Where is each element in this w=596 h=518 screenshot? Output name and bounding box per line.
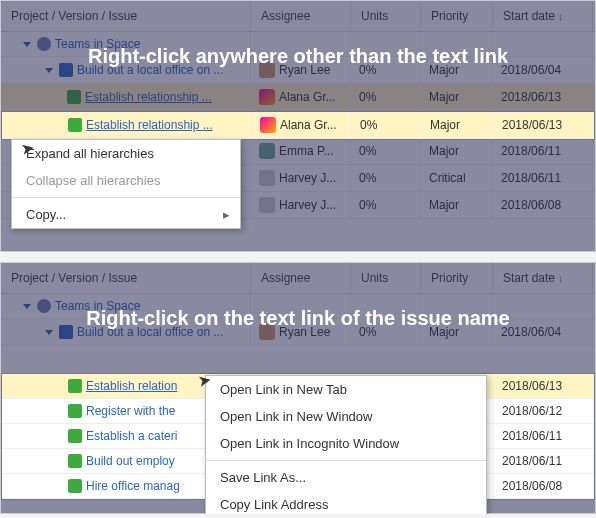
assignee-name: Harvey J... <box>279 198 336 212</box>
table-row[interactable]: Establish relationship ... Alana Gr... 0… <box>1 84 595 111</box>
sort-desc-icon: ↓ <box>558 10 564 22</box>
menu-item-copy-link[interactable]: Copy Link Address <box>206 491 486 514</box>
priority-cell: Major <box>421 57 493 83</box>
chevron-down-icon[interactable] <box>45 330 53 335</box>
submenu-arrow-icon: ▸ <box>223 207 230 222</box>
col-priority[interactable]: Priority <box>421 263 493 293</box>
table-header: Project / Version / Issue Assignee Units… <box>1 263 595 294</box>
units-cell: 0% <box>351 138 421 164</box>
units-cell: 0% <box>351 192 421 218</box>
avatar <box>259 170 275 186</box>
menu-item-copy[interactable]: Copy...▸ <box>12 201 240 228</box>
priority-cell: Major <box>421 84 493 110</box>
issue-link[interactable]: Build out a local office on ... <box>77 325 224 339</box>
date-cell: 2018/06/08 <box>494 474 594 498</box>
avatar <box>259 197 275 213</box>
sort-desc-icon: ↓ <box>558 272 564 284</box>
units-cell: 0% <box>351 165 421 191</box>
date-cell: 2018/06/08 <box>493 192 593 218</box>
context-menu-app: Expand all hierarchies Collapse all hier… <box>11 139 241 229</box>
panel-bottom: Project / Version / Issue Assignee Units… <box>0 262 596 514</box>
assignee-name: Emma P... <box>279 144 333 158</box>
menu-item-open-new-tab[interactable]: Open Link in New Tab <box>206 376 486 403</box>
date-cell: 2018/06/11 <box>493 165 593 191</box>
col-issue[interactable]: Project / Version / Issue <box>1 1 251 31</box>
menu-item-expand[interactable]: Expand all hierarchies <box>12 140 240 167</box>
units-cell: 0% <box>351 319 421 345</box>
assignee-name: Alana Gr... <box>279 90 336 104</box>
story-icon <box>68 379 82 393</box>
priority-cell: Major <box>422 112 494 138</box>
table-row[interactable]: Build out a local office on ... Ryan Lee… <box>1 319 595 346</box>
assignee-name: Ryan Lee <box>279 325 330 339</box>
story-icon <box>67 90 81 104</box>
table-row[interactable]: Teams in Space <box>1 294 595 319</box>
table-body: Teams in Space Build out a local office … <box>1 294 595 346</box>
menu-item-collapse[interactable]: Collapse all hierarchies <box>12 167 240 194</box>
date-cell: 2018/06/13 <box>493 84 593 110</box>
avatar <box>259 324 275 340</box>
date-cell: 2018/06/11 <box>494 449 594 473</box>
table-row-highlight[interactable]: Establish relationship ... Alana Gr... 0… <box>2 112 594 139</box>
date-cell: 2018/06/04 <box>493 57 593 83</box>
col-units[interactable]: Units <box>351 1 421 31</box>
menu-item-open-incognito[interactable]: Open Link in Incognito Window <box>206 430 486 457</box>
date-cell: 2018/06/13 <box>494 112 594 138</box>
table-header: Project / Version / Issue Assignee Units… <box>1 1 595 32</box>
epic-icon <box>59 325 73 339</box>
col-assignee[interactable]: Assignee <box>251 1 351 31</box>
issue-link[interactable]: Hire office manag <box>86 479 180 493</box>
priority-cell: Major <box>421 319 493 345</box>
units-cell: 0% <box>352 112 422 138</box>
assignee-name: Ryan Lee <box>279 63 330 77</box>
date-cell: 2018/06/04 <box>493 319 593 345</box>
context-menu-browser: Open Link in New Tab Open Link in New Wi… <box>205 375 487 514</box>
chevron-down-icon[interactable] <box>23 42 31 47</box>
avatar <box>259 62 275 78</box>
col-startdate[interactable]: Start date↓ <box>493 1 593 31</box>
table-row[interactable]: Build out a local office on ... Ryan Lee… <box>1 57 595 84</box>
panel-top: Project / Version / Issue Assignee Units… <box>0 0 596 252</box>
assignee-name: Harvey J... <box>279 171 336 185</box>
col-units[interactable]: Units <box>351 263 421 293</box>
story-icon <box>68 404 82 418</box>
col-priority[interactable]: Priority <box>421 1 493 31</box>
menu-item-open-new-window[interactable]: Open Link in New Window <box>206 403 486 430</box>
units-cell: 0% <box>351 84 421 110</box>
issue-link[interactable]: Establish relationship ... <box>85 90 212 104</box>
priority-cell: Critical <box>421 165 493 191</box>
date-cell: 2018/06/12 <box>494 399 594 423</box>
issue-link[interactable]: Teams in Space <box>55 299 140 313</box>
col-assignee[interactable]: Assignee <box>251 263 351 293</box>
story-icon <box>68 479 82 493</box>
issue-link[interactable]: Register with the <box>86 404 175 418</box>
issue-link[interactable]: Build out employ <box>86 454 175 468</box>
units-cell: 0% <box>351 57 421 83</box>
avatar <box>259 143 275 159</box>
story-icon <box>68 429 82 443</box>
issue-link[interactable]: Build out a local office on ... <box>77 63 224 77</box>
issue-link[interactable]: Establish relation <box>86 379 177 393</box>
assignee-name: Alana Gr... <box>280 118 337 132</box>
chevron-down-icon[interactable] <box>23 304 31 309</box>
table-row[interactable]: Teams in Space <box>1 32 595 57</box>
avatar <box>260 117 276 133</box>
priority-cell: Major <box>421 138 493 164</box>
date-cell: 2018/06/11 <box>494 424 594 448</box>
priority-cell: Major <box>421 192 493 218</box>
issue-link[interactable]: Establish relationship ... <box>86 118 213 132</box>
col-startdate[interactable]: Start date↓ <box>493 263 593 293</box>
story-icon <box>68 454 82 468</box>
issue-link[interactable]: Establish a cateri <box>86 429 177 443</box>
epic-icon <box>59 63 73 77</box>
date-cell: 2018/06/13 <box>494 374 594 398</box>
avatar <box>259 89 275 105</box>
issue-link[interactable]: Teams in Space <box>55 37 140 51</box>
globe-icon <box>37 37 51 51</box>
globe-icon <box>37 299 51 313</box>
col-issue[interactable]: Project / Version / Issue <box>1 263 251 293</box>
menu-item-save-link[interactable]: Save Link As... <box>206 464 486 491</box>
date-cell: 2018/06/11 <box>493 138 593 164</box>
chevron-down-icon[interactable] <box>45 68 53 73</box>
story-icon <box>68 118 82 132</box>
